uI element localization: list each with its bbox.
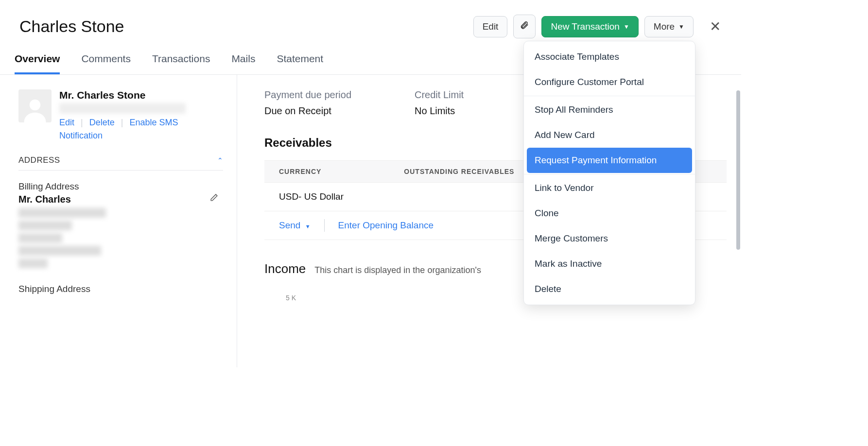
shipping-address-label: Shipping Address [18, 284, 223, 294]
income-title: Income [264, 261, 306, 276]
tab-overview[interactable]: Overview [15, 53, 60, 74]
chevron-up-icon: ⌃ [217, 156, 224, 164]
scrollbar[interactable] [736, 90, 740, 250]
paperclip-icon [520, 20, 529, 33]
separator: | [81, 118, 83, 127]
tab-mails[interactable]: Mails [231, 53, 255, 74]
menu-item-request-payment-information[interactable]: Request Payment Information [527, 148, 692, 173]
profile-enable-sms-link[interactable]: Enable SMS [130, 118, 178, 127]
profile-edit-link[interactable]: Edit [59, 118, 74, 127]
menu-item-configure-customer-portal[interactable]: Configure Customer Portal [524, 69, 695, 95]
billing-address-name: Mr. Charles [18, 194, 71, 205]
profile-notification-link[interactable]: Notification [59, 131, 103, 140]
new-transaction-label: New Transaction [551, 21, 620, 32]
tab-statement[interactable]: Statement [277, 53, 323, 74]
profile-delete-link[interactable]: Delete [89, 118, 115, 127]
page-title: Charles Stone [19, 17, 473, 36]
menu-item-link-to-vendor[interactable]: Link to Vendor [524, 175, 695, 201]
caret-down-icon: ▼ [624, 23, 629, 30]
more-button[interactable]: More ▼ [644, 16, 694, 37]
menu-separator [524, 174, 695, 174]
caret-down-icon: ▼ [305, 223, 311, 229]
redacted-address [18, 208, 223, 268]
menu-item-merge-customers[interactable]: Merge Customers [524, 226, 695, 251]
avatar [18, 89, 52, 122]
profile-name: Mr. Charles Stone [59, 89, 223, 101]
close-icon[interactable]: ✕ [708, 18, 722, 34]
credit-limit-value: No Limits [415, 105, 464, 117]
th-outstanding: OUTSTANDING RECEIVABLES [404, 168, 514, 175]
menu-item-delete[interactable]: Delete [524, 276, 695, 302]
credit-limit-label: Credit Limit [415, 89, 464, 101]
menu-item-associate-templates[interactable]: Associate Templates [524, 44, 695, 69]
income-subtitle: This chart is displayed in the organizat… [314, 265, 481, 275]
pencil-icon[interactable] [210, 193, 218, 204]
cell-currency: USD- US Dollar [279, 191, 344, 202]
caret-down-icon: ▼ [678, 23, 684, 30]
tab-comments[interactable]: Comments [81, 53, 131, 74]
new-transaction-button[interactable]: New Transaction ▼ [541, 16, 638, 37]
payment-due-label: Payment due period [264, 89, 351, 101]
tab-transactions[interactable]: Transactions [152, 53, 210, 74]
menu-item-mark-as-inactive[interactable]: Mark as Inactive [524, 251, 695, 276]
menu-separator [524, 96, 695, 96]
send-dropdown[interactable]: Send ▼ [279, 220, 311, 231]
menu-item-add-new-card[interactable]: Add New Card [524, 122, 695, 148]
send-label: Send [279, 220, 300, 230]
separator [324, 219, 325, 232]
address-head-label: ADDRESS [18, 155, 60, 165]
th-currency: CURRENCY [279, 168, 321, 175]
more-label: More [654, 21, 675, 32]
more-dropdown-menu: Associate TemplatesConfigure Customer Po… [523, 41, 695, 305]
redacted-text [59, 103, 186, 114]
enter-opening-balance-link[interactable]: Enter Opening Balance [338, 220, 434, 231]
svg-point-0 [30, 100, 41, 111]
menu-item-clone[interactable]: Clone [524, 201, 695, 226]
edit-button[interactable]: Edit [473, 16, 508, 37]
payment-due-value: Due on Receipt [264, 105, 351, 117]
attachment-button[interactable] [513, 15, 536, 38]
menu-item-stop-all-reminders[interactable]: Stop All Reminders [524, 97, 695, 122]
separator: | [121, 118, 123, 127]
address-section-header[interactable]: ADDRESS ⌃ [18, 155, 223, 171]
billing-address-label: Billing Address [18, 181, 223, 192]
